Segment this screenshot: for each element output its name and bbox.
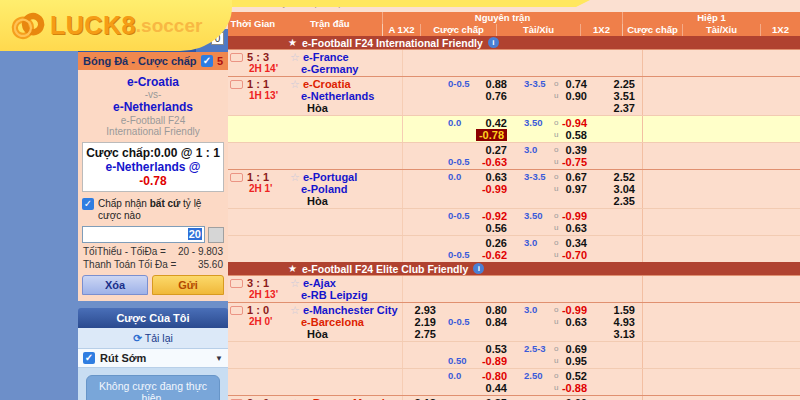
odds-value[interactable]: 2.35 xyxy=(614,195,635,207)
odds-value[interactable]: 2.52 xyxy=(614,171,635,183)
odds-value[interactable]: 1.59 xyxy=(614,304,635,316)
slip-checkbox[interactable]: ✓ xyxy=(201,55,213,67)
odds-value[interactable]: 0.27 xyxy=(486,144,507,156)
my-bets-header[interactable]: Cược Của Tôi xyxy=(78,308,228,328)
cashout-checkbox[interactable]: ✓ xyxy=(83,352,95,364)
odds-value[interactable]: 0.84 xyxy=(486,316,507,328)
odds-value[interactable]: 0.88 xyxy=(486,78,507,90)
odds-value[interactable]: 0.42 xyxy=(486,117,507,129)
odds-value[interactable]: 0.90 xyxy=(566,90,587,102)
stake-spinner-button[interactable] xyxy=(208,227,224,243)
odds-value[interactable]: -0.92 xyxy=(482,210,507,222)
time-cell xyxy=(228,143,284,169)
favorite-star-icon[interactable]: ☆ xyxy=(290,51,300,63)
odds-value[interactable]: 2.19 xyxy=(415,316,436,328)
team-name[interactable]: e-Netherlands xyxy=(301,90,374,102)
logo-tld-text[interactable]: .soccer xyxy=(136,15,203,37)
odds-value[interactable]: 0.63 xyxy=(566,316,587,328)
logo-brand-text[interactable]: LUCK8 xyxy=(50,11,136,40)
favorite-star-icon[interactable]: ☆ xyxy=(290,78,300,90)
stake-input[interactable]: 20 xyxy=(82,226,205,243)
odds-value[interactable]: 0.58 xyxy=(566,129,587,141)
odds-value[interactable]: 0.44 xyxy=(486,382,507,394)
teams-cell xyxy=(284,342,402,368)
over-indicator: o xyxy=(554,117,558,129)
accept-any-odds-checkbox[interactable]: ✓ xyxy=(82,198,94,210)
odds-value[interactable]: 0.34 xyxy=(566,237,587,249)
odds-value[interactable]: -0.70 xyxy=(562,249,587,261)
odds-value[interactable]: 0.80 xyxy=(486,304,507,316)
odds-value[interactable]: 3.51 xyxy=(614,90,635,102)
odds-table-header: Thời Gian Trận đấu Nguyên trận A 1X2 Cượ… xyxy=(228,12,800,36)
odds-value[interactable]: -0.99 xyxy=(482,183,507,195)
left-rail xyxy=(0,0,78,400)
team-name[interactable]: e-Barcelona xyxy=(301,316,364,328)
odds-value[interactable]: 0.63 xyxy=(486,171,507,183)
odds-value[interactable]: 0.63 xyxy=(566,222,587,234)
submit-bet-button[interactable]: Gửi xyxy=(152,275,224,295)
odds-value[interactable]: 4.93 xyxy=(614,316,635,328)
favorite-star-icon[interactable]: ☆ xyxy=(290,171,300,183)
info-icon[interactable]: i xyxy=(488,37,499,48)
draw-label[interactable]: Hòa xyxy=(307,195,328,207)
odds-value[interactable]: -0.63 xyxy=(482,156,507,168)
odds-value[interactable]: 0.39 xyxy=(566,144,587,156)
odds-value[interactable]: 0.67 xyxy=(566,171,587,183)
odds-value[interactable]: 0.69 xyxy=(566,343,587,355)
odds-value[interactable]: -0.78 xyxy=(476,129,507,141)
favorite-star-icon[interactable]: ☆ xyxy=(290,277,300,289)
live-tv-icon[interactable] xyxy=(230,173,243,182)
draw-label[interactable]: Hòa xyxy=(307,102,328,114)
over-under-cell: 3.0o0.39u-0.75 xyxy=(516,143,600,169)
odds-value[interactable]: 0.26 xyxy=(486,237,507,249)
team-name[interactable]: e-Ajax xyxy=(303,277,336,289)
live-tv-icon[interactable] xyxy=(230,279,243,288)
odds-value[interactable]: 2.37 xyxy=(614,102,635,114)
odds-value[interactable]: 0.74 xyxy=(566,78,587,90)
odds-value[interactable]: 0.97 xyxy=(566,183,587,195)
odds-value[interactable]: 0.95 xyxy=(566,355,587,367)
draw-label[interactable]: Hòa xyxy=(307,328,328,340)
cashout-row[interactable]: ✓ Rút Sớm ▼ xyxy=(78,348,228,368)
odds-value[interactable]: -0.88 xyxy=(562,382,587,394)
favorite-star-icon[interactable]: ☆ xyxy=(290,304,300,316)
live-tv-icon[interactable] xyxy=(230,80,243,89)
over-indicator: o xyxy=(554,370,558,382)
bet-detail-card: Cược chấp:0.00 @ 1 : 1 e-Netherlands @ -… xyxy=(82,142,224,192)
team-name[interactable]: e-Croatia xyxy=(303,78,351,90)
odds-value[interactable]: 0.53 xyxy=(486,343,507,355)
team-name[interactable]: e-RB Leipzig xyxy=(301,289,368,301)
odds-value[interactable]: 3.04 xyxy=(614,183,635,195)
odds-value[interactable]: 0.76 xyxy=(486,90,507,102)
odds-value[interactable]: 0.56 xyxy=(486,222,507,234)
info-icon[interactable]: i xyxy=(473,263,484,274)
odds-value[interactable]: -0.94 xyxy=(562,117,587,129)
match-clock: 2H 0' xyxy=(249,316,273,328)
delete-bet-button[interactable]: Xóa xyxy=(82,275,148,295)
live-tv-icon[interactable] xyxy=(230,53,243,62)
odds-value[interactable]: -0.75 xyxy=(562,156,587,168)
odds-value[interactable]: 3.13 xyxy=(614,328,635,340)
odds-value[interactable]: -0.99 xyxy=(562,304,587,316)
reload-row[interactable]: ⟳ Tải lại xyxy=(78,328,228,348)
live-tv-icon[interactable] xyxy=(230,306,243,315)
team-name[interactable]: e-Germany xyxy=(301,63,358,75)
chevron-down-icon[interactable]: ▼ xyxy=(215,354,223,363)
max-payout-label: Thanh Toán Tối Đa = xyxy=(83,258,176,271)
team-name[interactable]: e-Poland xyxy=(301,183,347,195)
odds-value[interactable]: 2.25 xyxy=(614,78,635,90)
team-name[interactable]: e-Manchester City xyxy=(303,304,398,316)
col-header-1x2: 1X2 xyxy=(580,24,622,36)
teams-cell: ☆e-Manchester Citye-BarcelonaHòa xyxy=(284,303,402,341)
odds-value[interactable]: 2.75 xyxy=(415,328,436,340)
odds-value[interactable]: 0.52 xyxy=(566,370,587,382)
odds-value[interactable]: -0.99 xyxy=(562,210,587,222)
odds-value[interactable]: -0.62 xyxy=(482,249,507,261)
accept-any-odds-row[interactable]: ✓ Chấp nhận bất cứ tỷ lệ cược nào xyxy=(78,194,228,224)
team-name[interactable]: e-Portugal xyxy=(303,171,357,183)
teams-cell: ☆e-Ajaxe-RB Leipzig xyxy=(284,276,402,302)
odds-value[interactable]: 2.93 xyxy=(415,304,436,316)
team-name[interactable]: e-France xyxy=(303,51,349,63)
odds-value[interactable]: -0.89 xyxy=(482,355,507,367)
odds-value[interactable]: -0.80 xyxy=(482,370,507,382)
